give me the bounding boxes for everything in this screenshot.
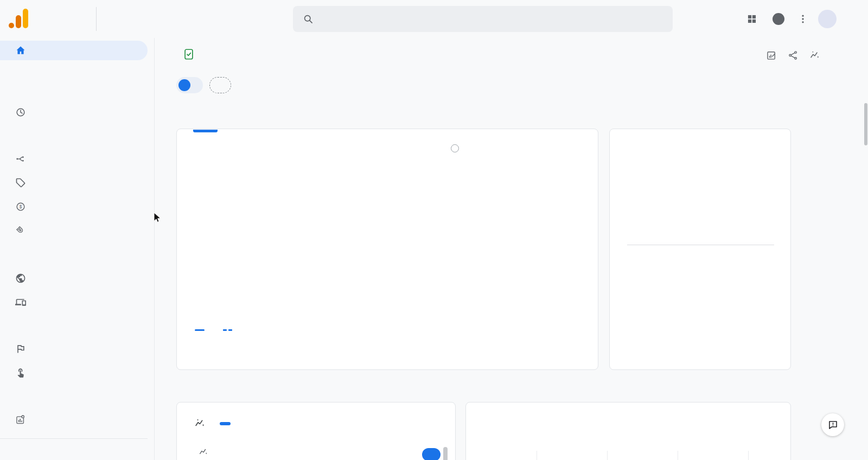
analytics-app: $ <box>0 0 868 460</box>
devices-icon <box>15 297 26 308</box>
comparison-chips <box>176 77 231 93</box>
flag-icon <box>15 343 26 354</box>
metric-total-revenue[interactable] <box>447 144 459 157</box>
insights-header <box>194 418 231 429</box>
help-icon[interactable] <box>773 13 784 25</box>
countries-table-header <box>627 240 774 245</box>
touch-icon <box>15 367 26 378</box>
solid-line-swatch <box>195 329 205 331</box>
overview-card <box>176 129 598 370</box>
chart-gridline <box>678 451 678 460</box>
header-divider <box>96 7 97 31</box>
sidebar-item-retention[interactable] <box>0 219 148 242</box>
segment-avatar <box>178 79 190 91</box>
breadcrumb[interactable] <box>108 8 114 15</box>
insight-badge <box>422 448 441 460</box>
metric-users[interactable] <box>190 144 247 157</box>
clock-icon <box>15 107 26 118</box>
mouse-cursor <box>154 212 162 224</box>
dollar-circle-icon: $ <box>15 201 26 212</box>
new-users-medium-card <box>465 402 791 460</box>
chart-gridline <box>748 451 749 460</box>
sidebar-item-monetization[interactable]: $ <box>0 195 148 219</box>
chart-gridline <box>607 451 608 460</box>
customize-report-icon[interactable] <box>766 50 777 61</box>
share-icon[interactable] <box>788 50 799 61</box>
svg-text:$: $ <box>20 204 22 209</box>
users-trend-chart <box>195 197 596 290</box>
user-avatar[interactable] <box>818 10 837 28</box>
realtime-card <box>609 129 791 370</box>
report-actions <box>766 50 820 61</box>
sidebar-item-realtime[interactable] <box>0 103 148 122</box>
chart-gridline <box>537 451 537 460</box>
trend-chart-plot <box>195 197 570 309</box>
feedback-button[interactable] <box>821 413 844 436</box>
chart-legend <box>195 329 237 331</box>
search-input[interactable] <box>321 14 663 24</box>
carousel-scroll-indicator[interactable] <box>193 130 218 132</box>
magnet-icon <box>15 225 26 236</box>
sidebar-item-conversions[interactable] <box>0 337 148 361</box>
tag-icon <box>15 177 26 188</box>
globe-icon <box>15 273 26 284</box>
insights-icon[interactable] <box>809 50 820 61</box>
sidebar-item-analysis[interactable] <box>0 408 148 432</box>
page-scrollbar[interactable] <box>864 103 867 145</box>
users-per-minute-chart <box>627 201 773 227</box>
apps-grid-icon[interactable] <box>746 14 757 24</box>
top-header <box>0 0 868 38</box>
metrics-row <box>190 144 459 157</box>
home-icon <box>15 45 26 56</box>
search-icon <box>303 14 314 24</box>
metric-new-users[interactable] <box>247 144 317 157</box>
sidebar-item-all-events[interactable] <box>0 361 148 385</box>
add-comparison-button[interactable] <box>209 77 231 93</box>
insights-card <box>176 402 456 460</box>
legend-last-7-days <box>195 329 209 331</box>
sidebar-divider <box>0 438 148 439</box>
acquisition-icon <box>15 154 26 164</box>
sidebar-item-tech[interactable] <box>0 290 148 314</box>
legend-preceding-period <box>223 329 237 331</box>
report-verified-icon <box>183 48 195 61</box>
all-users-chip[interactable] <box>176 77 203 93</box>
left-nav: $ <box>0 38 155 460</box>
insights-count-badge[interactable] <box>220 422 231 425</box>
insight-spark-icon <box>199 447 208 457</box>
insights-icon <box>194 418 206 429</box>
help-icon[interactable] <box>451 144 459 152</box>
analytics-logo-icon[interactable] <box>9 9 30 29</box>
insights-scrollbar[interactable] <box>443 447 448 460</box>
more-vert-icon[interactable] <box>797 14 808 24</box>
search-bar[interactable] <box>293 6 673 32</box>
feedback-bubble-icon <box>827 419 839 431</box>
sidebar-item-admin[interactable] <box>0 454 148 460</box>
sidebar-item-acquisition[interactable] <box>0 147 148 171</box>
page-title <box>176 48 195 61</box>
sidebar-item-home[interactable] <box>0 41 148 60</box>
sidebar-item-demographics[interactable] <box>0 266 148 290</box>
sidebar-item-engagement[interactable] <box>0 171 148 195</box>
dashed-line-swatch <box>223 329 232 331</box>
analysis-icon <box>15 414 26 425</box>
metric-avg-engagement-time[interactable] <box>317 144 447 157</box>
